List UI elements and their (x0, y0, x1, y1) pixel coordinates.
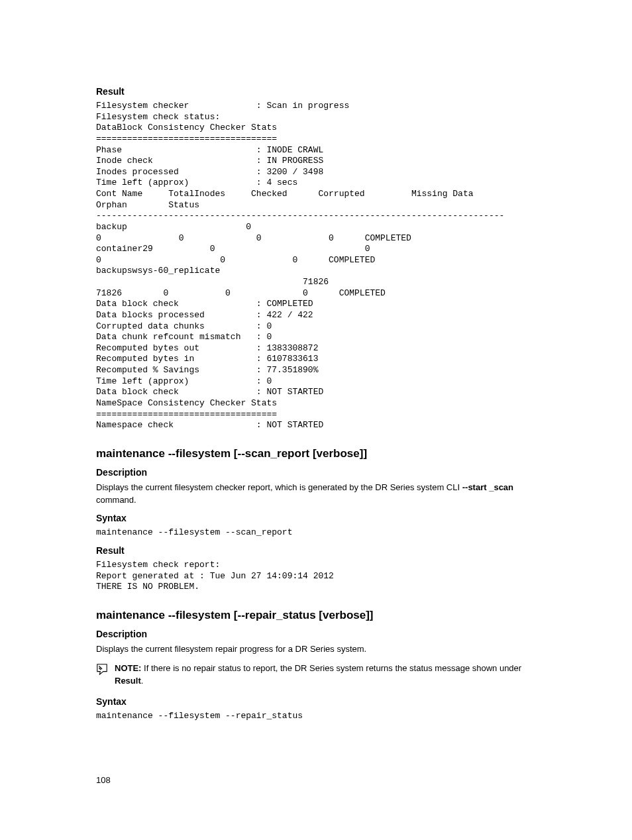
desc-bold-cmd: --start _scan (462, 482, 513, 492)
result-heading-1: Result (96, 86, 536, 97)
note-text-post: . (141, 676, 144, 686)
page-number: 108 (96, 775, 536, 785)
command-heading-scan-report: maintenance --filesystem [--scan_report … (96, 447, 536, 460)
note-label: NOTE: (115, 663, 144, 673)
desc-text-post: command. (96, 495, 136, 505)
result-heading-2: Result (96, 545, 536, 556)
description-heading-2: Description (96, 467, 536, 478)
result-output-2: Filesystem check report: Report generate… (96, 560, 536, 593)
note-icon (96, 663, 108, 675)
syntax-code-3: maintenance --filesystem --repair_status (96, 711, 536, 722)
result-output-1: Filesystem checker : Scan in progress Fi… (96, 101, 536, 431)
syntax-heading-3: Syntax (96, 696, 536, 707)
description-text-3: Displays the current filesystem repair p… (96, 643, 536, 656)
description-heading-3: Description (96, 629, 536, 639)
note-text: NOTE: If there is no repair status to re… (115, 662, 536, 688)
syntax-code-2: maintenance --filesystem --scan_report (96, 527, 536, 539)
svg-marker-0 (97, 664, 107, 674)
note-bold-result: Result (115, 676, 141, 686)
note-text-pre: If there is no repair status to report, … (144, 663, 521, 673)
syntax-heading-2: Syntax (96, 513, 536, 523)
description-text-2: Displays the current filesystem checker … (96, 482, 536, 507)
command-heading-repair-status: maintenance --filesystem [--repair_statu… (96, 609, 536, 622)
note-block: NOTE: If there is no repair status to re… (96, 662, 536, 688)
page-content: Result Filesystem checker : Scan in prog… (0, 0, 632, 825)
desc-text-pre: Displays the current filesystem checker … (96, 482, 462, 492)
